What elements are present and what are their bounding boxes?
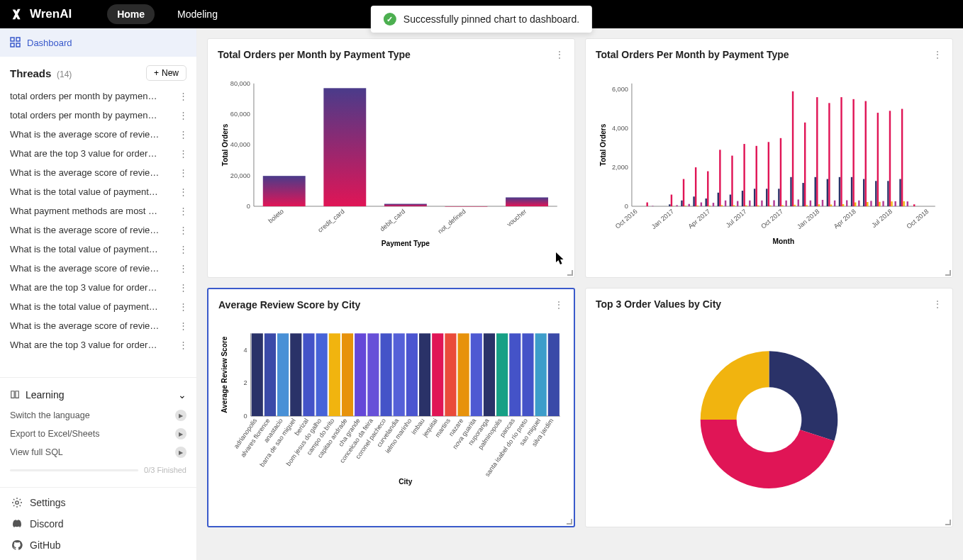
thread-item[interactable]: What are the top 3 value for order…⋮	[0, 335, 196, 354]
learning-item[interactable]: Switch the language▶	[0, 406, 196, 425]
progress-text: 0/3 Finished	[144, 466, 187, 474]
thread-item[interactable]: total orders per month by paymen…⋮	[0, 86, 196, 106]
svg-text:not_defined: not_defined	[437, 208, 467, 235]
svg-rect-101	[863, 179, 864, 206]
thread-more-button[interactable]: ⋮	[174, 320, 192, 331]
svg-rect-36	[652, 206, 653, 206]
svg-text:0: 0	[244, 413, 247, 420]
svg-rect-90	[828, 103, 830, 206]
thread-more-button[interactable]: ⋮	[174, 91, 192, 101]
thread-item[interactable]: What is the average score of revie…⋮	[0, 163, 196, 182]
thread-item[interactable]: What are the top 3 value for order…⋮	[0, 278, 196, 297]
thread-more-button[interactable]: ⋮	[174, 110, 192, 121]
thread-item[interactable]: What is the total value of payment…⋮	[0, 297, 196, 316]
svg-rect-111	[891, 201, 892, 206]
resize-handle[interactable]	[565, 517, 572, 525]
thread-more-button[interactable]: ⋮	[174, 244, 192, 254]
svg-rect-86	[816, 97, 818, 206]
learning-header[interactable]: Learning ⌄	[0, 383, 196, 406]
svg-rect-150	[355, 333, 366, 416]
sidebar-dashboard-label: Dashboard	[27, 38, 72, 48]
thread-item[interactable]: What payment methods are most …⋮	[0, 201, 196, 220]
card-menu-button[interactable]: ⋮	[554, 299, 564, 310]
thread-item[interactable]: What is the total value of payment…⋮	[0, 240, 196, 259]
card-top-3-order-values[interactable]: Top 3 Order Values by City⋮	[585, 288, 953, 527]
github-link[interactable]: GitHub	[0, 534, 196, 556]
thread-label: total orders per month by paymen…	[10, 110, 157, 121]
thread-item[interactable]: What is the average score of revie…⋮	[0, 220, 196, 240]
svg-text:Jul 2018: Jul 2018	[870, 208, 894, 229]
svg-rect-2	[11, 43, 14, 47]
card-title: Top 3 Order Values by City	[596, 298, 721, 310]
svg-rect-176	[522, 333, 533, 416]
play-icon: ▶	[175, 447, 187, 458]
thread-more-button[interactable]: ⋮	[174, 129, 192, 140]
discord-link[interactable]: Discord	[0, 513, 196, 534]
card-total-orders-by-payment-type[interactable]: Total Orders per Month by Payment Type⋮ …	[207, 38, 575, 278]
thread-more-button[interactable]: ⋮	[174, 282, 192, 293]
svg-rect-48	[701, 203, 702, 206]
app-name: WrenAI	[30, 7, 72, 21]
card-title: Total Orders Per Month by Payment Type	[596, 49, 789, 60]
svg-rect-106	[877, 113, 879, 206]
thread-more-button[interactable]: ⋮	[174, 225, 192, 235]
card-menu-button[interactable]: ⋮	[933, 298, 942, 310]
thread-item[interactable]: What is the total value of payment…⋮	[0, 182, 196, 201]
thread-more-button[interactable]: ⋮	[174, 148, 192, 159]
settings-link[interactable]: Settings	[0, 492, 196, 513]
svg-rect-94	[840, 97, 842, 206]
svg-rect-49	[705, 198, 706, 206]
thread-more-button[interactable]: ⋮	[174, 301, 192, 312]
card-menu-button[interactable]: ⋮	[555, 49, 564, 60]
svg-rect-63	[745, 206, 747, 206]
thread-item[interactable]: total orders per month by paymen…⋮	[0, 106, 196, 125]
svg-rect-64	[749, 201, 750, 206]
svg-rect-71	[769, 206, 771, 206]
card-total-orders-by-month[interactable]: Total Orders Per Month by Payment Type⋮ …	[585, 38, 953, 278]
svg-rect-98	[852, 99, 854, 206]
thread-item[interactable]: What is the average score of revie…⋮	[0, 316, 196, 335]
nav-home[interactable]: Home	[107, 4, 155, 24]
svg-text:Oct 2017: Oct 2017	[759, 208, 784, 230]
top-nav: Home Modeling	[107, 4, 228, 24]
thread-label: What is the total value of payment…	[10, 186, 158, 197]
svg-text:boleto: boleto	[267, 208, 285, 225]
learning-item[interactable]: View full SQL▶	[0, 443, 196, 461]
svg-rect-54	[719, 150, 720, 206]
gear-icon	[11, 497, 23, 508]
card-menu-button[interactable]: ⋮	[933, 49, 942, 60]
svg-text:Total Orders: Total Orders	[599, 123, 607, 166]
svg-rect-43	[684, 206, 686, 206]
svg-rect-104	[870, 201, 872, 206]
sidebar-dashboard[interactable]: Dashboard	[0, 28, 196, 57]
thread-item[interactable]: What is the average score of revie…⋮	[0, 125, 196, 144]
svg-rect-115	[903, 201, 904, 206]
learning-item[interactable]: Export to Excel/Sheets▶	[0, 425, 196, 443]
resize-handle[interactable]	[944, 269, 951, 276]
svg-text:Oct 2016: Oct 2016	[614, 208, 639, 230]
thread-label: What payment methods are most …	[10, 206, 157, 216]
resize-handle[interactable]	[566, 269, 573, 276]
resize-handle[interactable]	[944, 518, 951, 525]
svg-rect-81	[802, 183, 803, 206]
svg-rect-109	[887, 181, 889, 206]
svg-text:40,000: 40,000	[230, 141, 250, 148]
new-thread-button[interactable]: + New	[146, 65, 187, 81]
thread-item[interactable]: What is the average score of revie…⋮	[0, 259, 196, 278]
svg-rect-116	[907, 201, 908, 206]
nav-modeling[interactable]: Modeling	[167, 4, 228, 24]
thread-item[interactable]: What are the top 3 value for order…⋮	[0, 144, 196, 163]
svg-rect-105	[875, 181, 876, 206]
thread-more-button[interactable]: ⋮	[174, 340, 192, 350]
card-average-review-score[interactable]: Average Review Score by City⋮ 024adriano…	[207, 288, 575, 527]
svg-rect-172	[496, 333, 508, 416]
svg-rect-154	[380, 333, 391, 416]
svg-rect-77	[790, 177, 791, 206]
thread-more-button[interactable]: ⋮	[174, 263, 192, 274]
thread-more-button[interactable]: ⋮	[174, 186, 192, 197]
svg-rect-74	[780, 138, 781, 206]
thread-more-button[interactable]: ⋮	[174, 206, 192, 216]
svg-rect-180	[548, 333, 560, 416]
thread-more-button[interactable]: ⋮	[174, 167, 192, 178]
svg-rect-60	[737, 201, 738, 206]
